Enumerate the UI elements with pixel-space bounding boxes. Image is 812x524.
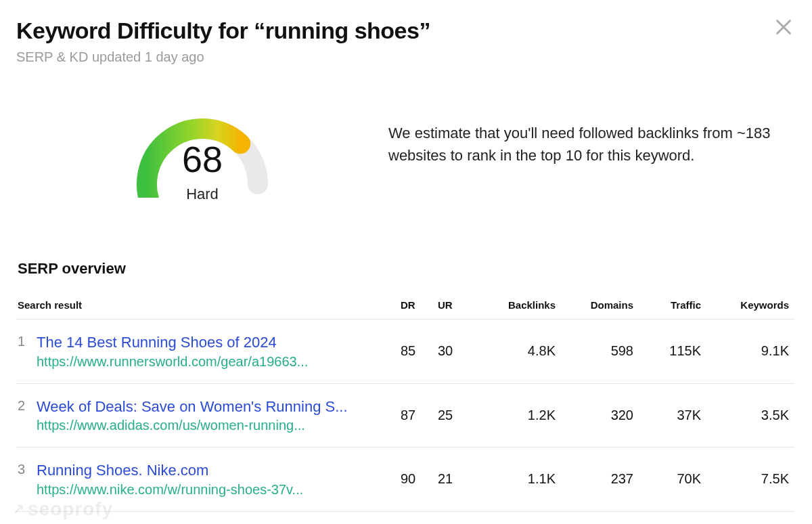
cell-backlinks: 4.8K [473,320,561,384]
difficulty-gauge: 68 Hard [114,89,290,232]
th-ur[interactable]: UR [432,292,473,320]
cell-dr: 87 [395,383,432,447]
th-traffic[interactable]: Traffic [639,292,706,320]
serp-section-title: SERP overview [18,260,793,278]
th-backlinks[interactable]: Backlinks [473,292,561,320]
cell-domains: 598 [561,320,639,384]
serp-table-head: Search result DR UR Backlinks Domains Tr… [16,292,794,320]
result-url-link[interactable]: https://www.nike.com/w/running-shoes-37v… [37,482,390,498]
cell-dr: 90 [395,447,432,512]
result-title-link[interactable]: Week of Deals: Save on Women's Running S… [37,397,390,417]
th-dr[interactable]: DR [395,292,432,320]
gauge-container: 68 Hard [16,87,388,232]
cell-keywords: 9.1K [706,320,794,384]
result-title-link[interactable]: The 14 Best Running Shoes of 2024 [37,333,390,353]
cell-ur: 30 [432,320,473,384]
gauge-label: Hard [114,185,290,203]
kd-modal: Keyword Difficulty for “running shoes” S… [0,0,812,524]
cell-ur: 21 [432,447,473,512]
result-url-link[interactable]: https://www.runnersworld.com/gear/a19663… [37,354,390,370]
close-button[interactable] [774,18,793,37]
close-icon [774,18,793,37]
cell-domains: 320 [561,383,639,447]
result-title-link[interactable]: Running Shoes. Nike.com [37,461,390,481]
cell-backlinks: 1.1K [473,447,561,512]
th-keywords[interactable]: Keywords [706,292,794,320]
cell-traffic: 70K [639,447,706,512]
rank-number: 3 [18,461,37,477]
table-row: 3Running Shoes. Nike.comhttps://www.nike… [16,447,794,512]
cell-backlinks: 1.2K [473,383,561,447]
rank-number: 1 [18,333,37,349]
cell-dr: 85 [395,320,432,384]
gauge-score: 68 [114,138,290,180]
cell-keywords: 7.5K [706,447,794,512]
th-result[interactable]: Search result [16,292,395,320]
cell-traffic: 37K [639,383,706,447]
modal-subtitle: SERP & KD updated 1 day ago [16,49,793,65]
cell-traffic: 115K [639,320,706,384]
cell-domains: 237 [561,447,639,512]
table-row: 1The 14 Best Running Shoes of 2024https:… [16,320,794,384]
table-row: 2Week of Deals: Save on Women's Running … [16,383,794,447]
rank-number: 2 [18,397,37,414]
hero-row: 68 Hard We estimate that you'll need fol… [16,87,793,232]
serp-table-body: 1The 14 Best Running Shoes of 2024https:… [16,320,794,512]
serp-table: Search result DR UR Backlinks Domains Tr… [16,292,794,512]
th-domains[interactable]: Domains [561,292,639,320]
cell-ur: 25 [432,383,473,447]
cell-keywords: 3.5K [706,383,794,447]
difficulty-description: We estimate that you'll need followed ba… [388,87,793,167]
modal-title: Keyword Difficulty for “running shoes” [16,18,793,44]
result-url-link[interactable]: https://www.adidas.com/us/women-running.… [37,418,390,433]
